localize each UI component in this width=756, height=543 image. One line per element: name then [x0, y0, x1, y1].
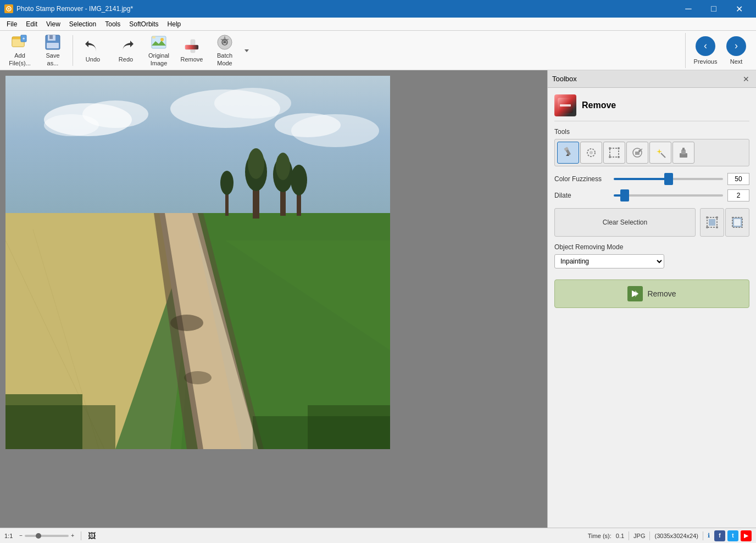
undo-button[interactable]: Undo: [77, 33, 108, 68]
svg-rect-63: [610, 148, 619, 157]
twitter-icon[interactable]: t: [727, 530, 738, 541]
dilate-value[interactable]: 2: [727, 189, 749, 201]
color-fuzziness-thumb[interactable]: [664, 173, 673, 185]
magic-wand-tool-button[interactable]: [649, 142, 671, 164]
svg-point-66: [609, 156, 611, 158]
stamp-tool-button[interactable]: [672, 142, 694, 164]
color-fuzziness-value[interactable]: 50: [727, 173, 749, 185]
redo-icon: [117, 37, 135, 55]
dilate-thumb[interactable]: [620, 189, 629, 201]
remove-header: Remove: [554, 94, 749, 121]
info-icon[interactable]: ℹ: [708, 532, 710, 539]
clear-selection-button[interactable]: Clear Selection: [554, 208, 696, 237]
color-fuzziness-slider-container[interactable]: [614, 173, 723, 185]
format-label: JPG: [633, 533, 645, 539]
svg-point-42: [248, 148, 264, 179]
zoom-thumb: [36, 533, 41, 539]
toolbox-header: Toolbox ✕: [548, 70, 756, 88]
menu-view[interactable]: View: [42, 19, 65, 29]
svg-point-47: [291, 165, 307, 195]
menu-file[interactable]: File: [2, 19, 21, 29]
next-label: Next: [730, 58, 743, 65]
dilate-slider-container[interactable]: [614, 189, 723, 201]
svg-point-80: [706, 226, 708, 228]
svg-point-52: [170, 315, 203, 331]
svg-point-2: [8, 8, 10, 10]
zoom-slider[interactable]: [25, 535, 69, 537]
color-fuzziness-fill: [614, 178, 669, 180]
toolbar: + Add File(s)... Save as... Undo: [0, 31, 756, 70]
color-fuzziness-label: Color Fuzziness: [554, 175, 609, 183]
select-all-button[interactable]: [700, 208, 724, 237]
previous-button[interactable]: ‹ Previous: [690, 33, 721, 68]
zoom-minus-icon[interactable]: −: [19, 533, 23, 539]
rect-select-tool-button[interactable]: [603, 142, 625, 164]
color-fuzziness-row: Color Fuzziness 50: [554, 173, 749, 185]
svg-point-62: [590, 151, 593, 154]
remove-button[interactable]: Remove: [176, 33, 207, 68]
original-image-icon: [150, 33, 168, 51]
zoom-slider-area[interactable]: − +: [19, 533, 74, 539]
pencil-tool-button[interactable]: [557, 142, 579, 164]
menu-tools[interactable]: Tools: [101, 19, 125, 29]
lasso-tool-button[interactable]: [580, 142, 602, 164]
zoom-plus-icon[interactable]: +: [71, 533, 74, 539]
menu-softorbits[interactable]: SoftOrbits: [125, 19, 163, 29]
status-sep-4: [703, 531, 703, 540]
menu-bar: File Edit View Selection Tools SoftOrbit…: [0, 18, 756, 31]
svg-text:+: +: [23, 36, 25, 41]
svg-point-67: [618, 156, 620, 158]
svg-point-65: [618, 147, 620, 149]
maximize-button[interactable]: □: [701, 0, 726, 18]
svg-rect-10: [47, 43, 59, 48]
mode-select[interactable]: Inpainting Smart Fill Color Fill: [554, 254, 664, 268]
save-as-button[interactable]: Save as...: [37, 33, 68, 68]
redo-button[interactable]: Redo: [110, 33, 141, 68]
svg-marker-20: [244, 49, 249, 52]
batch-mode-button[interactable]: Batch Mode: [209, 33, 240, 68]
next-icon: ›: [726, 36, 746, 56]
svg-point-79: [716, 216, 718, 219]
youtube-icon[interactable]: ▶: [741, 530, 752, 541]
remove-action-button[interactable]: Remove: [554, 279, 749, 308]
undo-label: Undo: [86, 56, 100, 63]
batch-mode-icon: [216, 33, 234, 51]
menu-selection[interactable]: Selection: [65, 19, 101, 29]
svg-point-45: [276, 153, 290, 180]
sliders-section: Color Fuzziness 50 Dilate: [554, 173, 749, 201]
tools-row: [554, 139, 749, 166]
add-files-button[interactable]: + Add File(s)...: [4, 33, 35, 68]
facebook-icon[interactable]: f: [714, 530, 725, 541]
svg-rect-9: [49, 35, 53, 39]
invert-selection-button[interactable]: [725, 208, 749, 237]
image-icon: 🖼: [88, 531, 96, 540]
canvas-area[interactable]: [0, 70, 547, 528]
original-image-button[interactable]: Original Image: [143, 33, 174, 68]
save-icon: [44, 33, 62, 51]
magic-eraser-tool-button[interactable]: [626, 142, 648, 164]
minimize-button[interactable]: ─: [676, 0, 701, 18]
next-button[interactable]: › Next: [721, 33, 752, 68]
menu-edit[interactable]: Edit: [21, 19, 42, 29]
close-button[interactable]: ✕: [726, 0, 752, 18]
title-bar-controls: ─ □ ✕: [676, 0, 752, 18]
navigation-area: ‹ Previous › Next: [685, 33, 752, 68]
remove-btn-label: Remove: [647, 289, 676, 298]
batch-dropdown-icon[interactable]: [243, 47, 250, 54]
time-value: 0.1: [616, 533, 624, 539]
toolbox-title: Toolbox: [552, 75, 577, 83]
batch-mode-label: Batch Mode: [217, 52, 232, 66]
svg-point-64: [609, 147, 611, 149]
dilate-row: Dilate 2: [554, 189, 749, 201]
action-buttons: Clear Selection: [554, 208, 749, 237]
menu-help[interactable]: Help: [163, 19, 186, 29]
dilate-track: [614, 194, 723, 197]
image-indicator: 🖼: [88, 531, 96, 540]
svg-point-49: [220, 171, 234, 195]
time-label: Time (s):: [588, 533, 612, 539]
svg-rect-55: [253, 416, 390, 449]
object-removing-mode-section: Object Removing Mode Inpainting Smart Fi…: [554, 243, 749, 268]
toolbox-close-button[interactable]: ✕: [741, 74, 752, 85]
redo-label: Redo: [119, 56, 133, 63]
svg-rect-83: [734, 219, 741, 226]
